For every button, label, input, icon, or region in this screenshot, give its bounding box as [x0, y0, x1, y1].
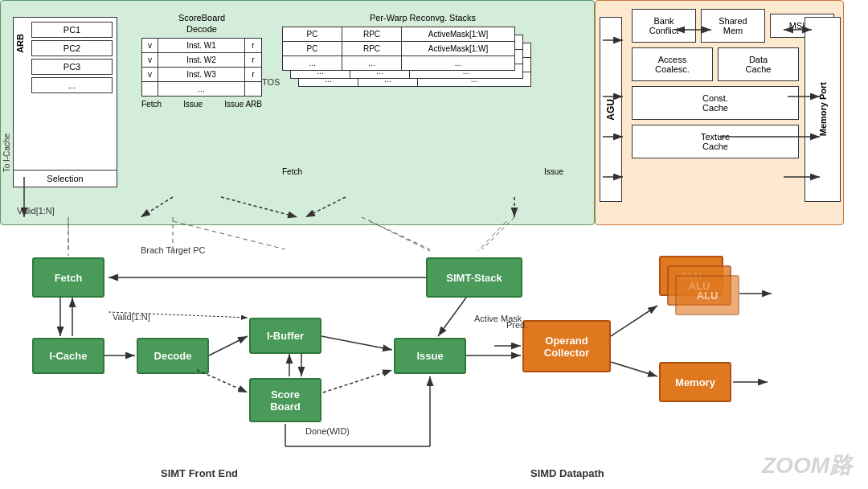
- sb-row-dots: ...: [142, 82, 261, 96]
- svg-line-28: [438, 298, 466, 336]
- texture-cache-box: TextureCache: [632, 125, 799, 158]
- top-left-section: ARB PC1 PC2 PC3 ... Selection To I-Cache…: [0, 0, 595, 225]
- arb-label: ARB: [15, 34, 31, 53]
- const-cache-box: Const.Cache: [632, 86, 799, 120]
- simt-stack-label: SIMT-Stack: [446, 272, 502, 284]
- sb-dots2: ...: [158, 82, 245, 96]
- perwarp-fetch-label: Fetch: [282, 167, 302, 176]
- sl1-c3: ActiveMask[1:W]: [402, 27, 514, 41]
- decode-label-bottom: Decode: [154, 350, 192, 362]
- memory-port-label: Memory Port: [818, 82, 828, 136]
- scoreboard-area: ScoreBoard Decode v Inst. W1 r v Inst. W…: [141, 13, 262, 109]
- perwarp-issue-label: Issue: [544, 167, 563, 176]
- sb-row-2: v Inst. W2 r: [142, 53, 261, 68]
- sb-dots1: [142, 82, 158, 96]
- perwarp-area: Per-Warp Reconvg. Stacks PC RPC ActiveMa…: [282, 13, 563, 176]
- data-cache-box: DataCache: [718, 47, 799, 81]
- agu-label: AGU: [605, 99, 616, 121]
- sb-v1: v: [142, 39, 158, 52]
- svg-line-40: [370, 221, 430, 251]
- perwarp-title: Per-Warp Reconvg. Stacks: [282, 13, 563, 23]
- scoreboard-box-bottom: Score Board: [249, 378, 321, 422]
- stack-layer-1: PC RPC ActiveMask[1:W] PC RPC ActiveMask…: [282, 27, 515, 71]
- sb-dots3: [245, 82, 261, 96]
- shared-mem-box: SharedMem: [701, 9, 765, 43]
- done-wid-label: Done(WID): [305, 426, 350, 436]
- mem-row-4: TextureCache: [632, 125, 799, 158]
- sb-v3: v: [142, 68, 158, 81]
- issue-arb-label: Issue ARB: [224, 100, 262, 109]
- alu-box-3: ALU: [675, 275, 739, 315]
- sl1-c6: ActiveMask[1:W]: [402, 42, 514, 55]
- icache-label: I-Cache: [50, 350, 88, 362]
- simt-stack-box: SIMT-Stack: [426, 257, 522, 298]
- access-coalesc-box: AccessCoalesc.: [632, 47, 713, 81]
- sb-v2: v: [142, 53, 158, 67]
- sl1-r3: ... ... ...: [283, 56, 514, 70]
- selection-box: Selection: [13, 170, 117, 187]
- sb-inst1: Inst. W1: [158, 39, 245, 52]
- sb-row-1: v Inst. W1 r: [142, 39, 261, 53]
- sl1-r2: PC RPC ActiveMask[1:W]: [283, 42, 514, 56]
- mem-row-1: BankConflict SharedMem MSHR: [632, 9, 799, 43]
- sl1-c5: RPC: [342, 42, 402, 55]
- valid-label-top: Valid[1:N]: [17, 206, 55, 216]
- sb-row-3: v Inst. W3 r: [142, 68, 261, 82]
- pc-rows: PC1 PC2 PC3 ...: [31, 22, 113, 96]
- scoreboard-table: v Inst. W1 r v Inst. W2 r v Inst. W3 r .…: [141, 38, 262, 97]
- scoreboard-label-bottom: Score Board: [255, 388, 316, 413]
- fetch-label: Fetch: [55, 272, 83, 284]
- sb-inst3: Inst. W3: [158, 68, 245, 81]
- sl1-c2: RPC: [342, 27, 402, 41]
- valid-label-bottom: Valid[1:N]: [113, 312, 150, 322]
- fetch-box: Fetch: [32, 257, 104, 298]
- sl1-r1: PC RPC ActiveMask[1:W]: [283, 27, 514, 42]
- svg-line-31: [611, 362, 657, 376]
- memory-port-box: Memory Port: [805, 17, 841, 202]
- operand-collector-box: Operand Collector: [522, 320, 611, 372]
- pc3-row: PC3: [31, 59, 113, 75]
- alu-label-3: ALU: [697, 290, 719, 302]
- sb-r2: r: [245, 53, 261, 67]
- scoreboard-title: ScoreBoard: [141, 13, 262, 23]
- svg-line-27: [323, 370, 392, 392]
- fetch-label-top: Fetch: [141, 100, 162, 109]
- pc2-row: PC2: [31, 40, 113, 56]
- sl1-c4: PC: [283, 42, 342, 55]
- issue-box: Issue: [394, 338, 466, 374]
- ibuffer-box: I-Buffer: [249, 318, 321, 354]
- tos-label: TOS: [262, 77, 280, 87]
- sl1-c7: ...: [283, 56, 342, 70]
- sl1-c1: PC: [283, 27, 342, 41]
- main-container: ARB PC1 PC2 PC3 ... Selection To I-Cache…: [0, 0, 868, 489]
- ibuffer-label: I-Buffer: [267, 330, 304, 342]
- mem-row-3: Const.Cache: [632, 86, 799, 120]
- svg-line-23: [321, 336, 392, 350]
- simt-frontend-label: SIMT Front End: [161, 467, 238, 479]
- sl1-c9: ...: [402, 56, 514, 70]
- decode-box: Decode: [137, 338, 209, 374]
- svg-line-22: [209, 336, 248, 355]
- issue-label-top: Issue: [183, 100, 203, 109]
- watermark: ZOOM路: [762, 450, 852, 481]
- sb-r1: r: [245, 39, 261, 52]
- selection-label: Selection: [47, 174, 83, 183]
- icache-box: I-Cache: [32, 338, 104, 374]
- stack-layers: PC RPC ActiveMask[1:W] PC RPC ActiveMask…: [282, 27, 563, 163]
- pred-label: Pred.: [506, 320, 527, 330]
- sb-r3: r: [245, 68, 261, 81]
- top-right-section: AGU BankConflict SharedMem MSHR AccessCo…: [595, 0, 844, 225]
- arb-box: ARB PC1 PC2 PC3 ...: [13, 17, 117, 178]
- svg-line-41: [478, 221, 506, 251]
- brach-target-label: Brach Target PC: [141, 245, 206, 255]
- sb-inst2: Inst. W2: [158, 53, 245, 67]
- pc1-row: PC1: [31, 22, 113, 38]
- issue-label-bottom: Issue: [416, 350, 443, 362]
- svg-line-30: [611, 306, 657, 336]
- to-icache-label: To I-Cache: [2, 134, 11, 172]
- operand-collector-label: Operand Collector: [524, 335, 609, 359]
- pc-dots-row: ...: [31, 77, 113, 93]
- mem-row-2: AccessCoalesc. DataCache: [632, 47, 799, 81]
- memory-box-bottom: Memory: [659, 362, 731, 402]
- bank-conflict-box: BankConflict: [632, 9, 696, 43]
